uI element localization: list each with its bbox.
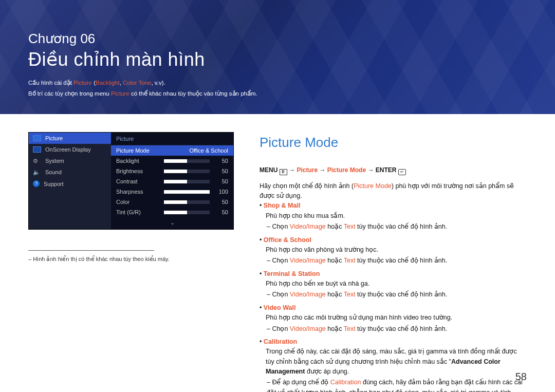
arrow: → [289, 166, 297, 174]
list-item: Office & School Phù hợp cho văn phòng và… [260, 235, 527, 266]
mode-title: Terminal & Station [264, 270, 320, 277]
text: hoặc [326, 257, 344, 264]
sub-item: Chọn Video/Image hoặc Text tùy thuộc vào… [267, 290, 527, 300]
osd-sidebar-item-picture: Picture [29, 133, 111, 144]
mode-list: Shop & Mall Phù hợp cho khu mua sắm. Chọ… [260, 201, 527, 392]
text: , v.v). [151, 80, 165, 86]
osd-field-value: 50 [214, 199, 228, 205]
onscreen-icon [33, 146, 41, 153]
slider-fill [164, 180, 187, 183]
sub-item: Chọn Video/Image hoặc Text tùy thuộc vào… [267, 222, 527, 232]
osd-row-contrast: Contrast50 [111, 176, 233, 186]
osd-row-backlight: Backlight50 [111, 156, 233, 166]
path-segment: Picture Mode [327, 166, 366, 174]
mode-title: Office & School [264, 236, 311, 244]
osd-sidebar-label: Support [44, 181, 64, 187]
text: Text [344, 257, 356, 264]
text: được áp dụng. [305, 368, 349, 375]
text: Cấu hình cài đặt [28, 80, 73, 86]
text: Picture [73, 80, 92, 86]
chapter-number: Chương 06 [28, 31, 527, 47]
mode-desc: Phù hợp cho khu mua sắm. [266, 211, 527, 221]
slider-fill [164, 200, 187, 204]
osd-field-value: 50 [214, 178, 228, 184]
osd-sidebar-label: Sound [45, 169, 62, 175]
osd-field-value: 100 [214, 189, 228, 195]
osd-field-value: 50 [214, 158, 228, 164]
chapter-title: Điều chỉnh màn hình [28, 49, 527, 70]
text: Video/Image [290, 291, 326, 298]
osd-sidebar-item-onscreen: OnScreen Display [29, 144, 111, 155]
osd-row-sharpness: Sharpness100 [111, 186, 233, 197]
osd-sidebar-label: System [45, 158, 64, 164]
mode-desc: Phù hợp cho các môi trường sử dụng màn h… [266, 313, 527, 323]
osd-menu-mockup: Picture OnScreen Display ⚙ System 🔈 Soun… [28, 132, 234, 230]
text: tùy thuộc vào chế độ hình ảnh. [356, 257, 448, 264]
menu-path: MENU Ⅲ → Picture → Picture Mode → ENTER … [260, 165, 527, 175]
text: tùy thuộc vào chế độ hình ảnh. [356, 291, 448, 298]
text: hoặc [326, 223, 344, 230]
text: Text [344, 223, 356, 230]
text: Text [344, 291, 356, 298]
mode-title: Shop & Mall [264, 202, 301, 209]
menu-label: MENU [260, 166, 278, 174]
speaker-icon: 🔈 [33, 169, 41, 175]
slider-track [164, 159, 210, 163]
osd-field-value: 50 [214, 168, 228, 174]
sub-item: Chọn Video/Image hoặc Text tùy thuộc vào… [267, 324, 527, 334]
text: ( [92, 80, 96, 86]
text: Color Tone [123, 80, 151, 86]
text: hoặc [326, 291, 344, 298]
question-icon: ? [33, 180, 40, 187]
osd-sidebar-label: OnScreen Display [45, 146, 91, 153]
list-item-calibration: Calibration Trong chế độ này, các cài đặ… [260, 337, 527, 392]
slider-track [164, 200, 210, 204]
slider-fill [164, 190, 210, 194]
osd-sidebar-item-sound: 🔈 Sound [29, 166, 111, 178]
text: có thể khác nhau tùy thuộc vào từng sản … [130, 90, 257, 97]
text: Chọn [272, 223, 289, 230]
list-item: Terminal & Station Phù hợp cho bến xe bu… [260, 269, 527, 300]
text: hoặc [326, 325, 344, 332]
enter-label: ENTER [376, 166, 397, 174]
text: Backlight [96, 80, 120, 86]
banner-desc-2: Bố trí các tùy chọn trong menu Picture c… [28, 88, 527, 99]
slider-track [164, 170, 210, 173]
page-content: Picture OnScreen Display ⚙ System 🔈 Soun… [0, 114, 555, 392]
osd-field-label: Color [116, 199, 160, 205]
footnote-rule [28, 250, 154, 251]
path-segment: Picture [297, 166, 318, 174]
chapter-banner: Chương 06 Điều chỉnh màn hình Cấu hình c… [0, 0, 555, 114]
text: Text [344, 325, 356, 332]
osd-sidebar-item-support: ? Support [29, 178, 111, 190]
osd-sidebar: Picture OnScreen Display ⚙ System 🔈 Soun… [29, 133, 111, 229]
osd-field-label: Sharpness [116, 189, 160, 195]
osd-sidebar-item-system: ⚙ System [29, 155, 111, 166]
menu-icon: Ⅲ [280, 169, 287, 175]
arrow: → [367, 166, 375, 174]
gear-icon: ⚙ [33, 158, 41, 164]
osd-panel-header: Picture [111, 133, 233, 145]
osd-panel: Picture Picture Mode Office & School Bac… [111, 133, 233, 229]
osd-field-label: Tint (G/R) [116, 209, 160, 215]
osd-row-tint: Tint (G/R)50 [111, 207, 233, 217]
osd-field-label: Contrast [116, 178, 160, 184]
sub-item: Để áp dụng chế độ Calibration đúng cách,… [267, 378, 527, 392]
sub-item: Chọn Video/Image hoặc Text tùy thuộc vào… [267, 256, 527, 266]
text: Calibration [330, 379, 361, 386]
text: Video/Image [290, 257, 326, 264]
banner-desc-1: Cấu hình cài đặt Picture (Backlight, Col… [28, 78, 527, 88]
calibration-desc: Trong chế độ này, các cài đặt độ sáng, m… [266, 347, 527, 377]
slider-track [164, 211, 210, 214]
mode-desc: Phù hợp cho văn phòng và trường học. [266, 245, 527, 255]
mode-title: Calibration [264, 338, 297, 345]
osd-field-value: 50 [214, 209, 228, 215]
slider-track [164, 180, 210, 183]
text: Chọn [272, 325, 289, 332]
slider-fill [164, 159, 187, 163]
text: Bố trí các tùy chọn trong menu [28, 90, 111, 97]
text: Picture Mode [354, 182, 392, 190]
enter-icon: ↵ [398, 169, 406, 175]
osd-sidebar-label: Picture [45, 135, 63, 141]
list-item: Video Wall Phù hợp cho các môi trường sử… [260, 303, 527, 334]
